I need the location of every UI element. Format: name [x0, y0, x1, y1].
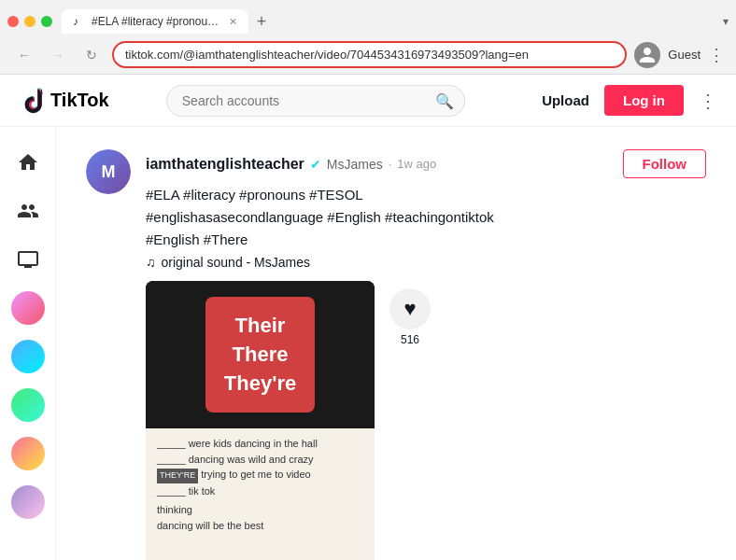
sidebar-avatar-3[interactable]	[11, 388, 45, 422]
video-container: TheirThereThey're _____ were kids dancin…	[146, 281, 706, 560]
new-tab-button[interactable]: +	[248, 8, 275, 35]
upload-button[interactable]: Upload	[542, 92, 589, 108]
maximize-window-button[interactable]	[41, 16, 52, 27]
theyre-badge: THEY'RE	[157, 469, 198, 483]
video-thumbnail[interactable]: TheirThereThey're _____ were kids dancin…	[146, 281, 375, 560]
address-bar[interactable]	[112, 41, 627, 68]
header-search: 🔍	[166, 85, 465, 117]
browser-controls: ▾	[723, 15, 729, 28]
post-sound-text: original sound - MsJames	[162, 255, 311, 270]
forward-button[interactable]: →	[45, 42, 71, 68]
follow-button[interactable]: Follow	[623, 149, 707, 178]
login-button[interactable]: Log in	[604, 85, 684, 116]
browser-chrome: ♪ #ELA #literacy #pronouns #TE... ✕ + ▾ …	[0, 0, 736, 75]
tab-title: #ELA #literacy #pronouns #TE...	[92, 15, 223, 28]
post-time: ·	[389, 157, 392, 171]
back-button[interactable]: ←	[11, 42, 37, 68]
like-count: 516	[401, 333, 419, 346]
sidebar-avatar-5[interactable]	[11, 485, 45, 519]
like-button[interactable]: ♥	[389, 288, 431, 329]
post-sound[interactable]: ♫ original sound - MsJames	[146, 255, 706, 270]
header-more-button[interactable]: ⋮	[699, 90, 717, 112]
post-user: iamthatenglishteacher ✔ MsJames · 1w ago	[146, 156, 436, 173]
minimize-window-button[interactable]	[24, 16, 35, 27]
sidebar	[0, 127, 56, 560]
nav-bar: ← → ↻ Guest ⋮	[0, 35, 736, 74]
post-tags: #ELA #literacy #pronouns #TESOL #english…	[146, 184, 706, 251]
post-header: iamthatenglishteacher ✔ MsJames · 1w ago…	[146, 149, 706, 178]
active-tab[interactable]: ♪ #ELA #literacy #pronouns #TE... ✕	[62, 9, 248, 34]
sidebar-item-home[interactable]	[7, 142, 49, 183]
music-icon: ♫	[146, 255, 156, 270]
video-card-text: TheirThereThey're	[224, 312, 296, 398]
like-action: ♥ 516	[389, 288, 431, 346]
post-display-name: MsJames	[327, 157, 383, 172]
sidebar-item-live[interactable]	[7, 239, 49, 280]
home-icon	[17, 151, 39, 174]
video-card: TheirThereThey're	[205, 297, 315, 413]
tiktok-logo-text: TikTok	[50, 90, 109, 111]
browser-profile-icon[interactable]	[634, 42, 660, 68]
post-info: iamthatenglishteacher ✔ MsJames · 1w ago…	[146, 149, 706, 560]
search-input[interactable]	[166, 85, 465, 117]
tiktok-logo-icon	[19, 87, 47, 115]
tab-bar: ♪ #ELA #literacy #pronouns #TE... ✕ + ▾	[0, 0, 736, 35]
tiktok-app: TikTok 🔍 Upload Log in ⋮	[0, 75, 736, 560]
tab-favicon-icon: ♪	[73, 15, 86, 28]
friends-icon	[17, 200, 39, 222]
video-post: M iamthatenglishteacher ✔ MsJames · 1w a…	[86, 149, 706, 560]
video-actions: ♥ 516	[389, 281, 431, 560]
tiktok-header: TikTok 🔍 Upload Log in ⋮	[0, 75, 736, 127]
sidebar-avatar-2[interactable]	[11, 340, 45, 373]
sidebar-avatar-1[interactable]	[11, 291, 45, 325]
post-username[interactable]: iamthatenglishteacher	[146, 156, 304, 173]
post-avatar[interactable]: M	[86, 149, 131, 194]
verified-icon: ✔	[310, 157, 321, 172]
video-top: TheirThereThey're	[146, 281, 375, 428]
address-bar-wrapper	[112, 41, 627, 68]
header-right: Upload Log in ⋮	[542, 85, 717, 116]
video-text-overlay: _____ were kids dancing in the hall ____…	[146, 428, 375, 560]
tab-close-button[interactable]: ✕	[229, 16, 237, 28]
app-body: M iamthatenglishteacher ✔ MsJames · 1w a…	[0, 127, 736, 560]
heart-icon: ♥	[403, 297, 416, 321]
traffic-lights	[7, 16, 52, 27]
sidebar-avatar-4[interactable]	[11, 437, 45, 470]
tiktok-logo[interactable]: TikTok	[19, 87, 109, 115]
live-icon	[17, 248, 39, 271]
post-time-ago: 1w ago	[397, 157, 436, 171]
browser-guest-label: Guest	[668, 48, 701, 62]
main-content: M iamthatenglishteacher ✔ MsJames · 1w a…	[56, 127, 736, 560]
close-window-button[interactable]	[7, 16, 19, 27]
reload-button[interactable]: ↻	[78, 42, 105, 68]
search-icon: 🔍	[435, 91, 454, 109]
video-bottom: _____ were kids dancing in the hall ____…	[146, 428, 375, 560]
browser-more-button[interactable]: ⋮	[708, 45, 725, 65]
sidebar-item-friends[interactable]	[7, 190, 49, 231]
